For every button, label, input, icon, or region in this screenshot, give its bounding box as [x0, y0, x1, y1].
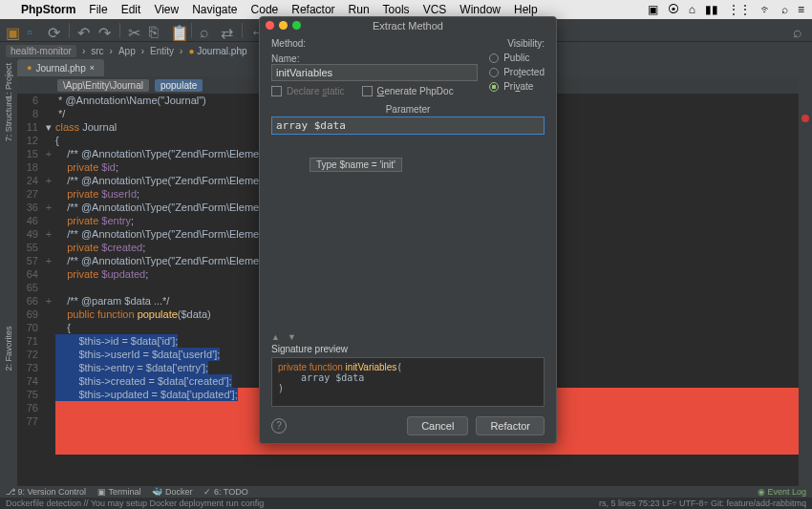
copy-icon[interactable]: ⎘: [149, 24, 162, 37]
sync-icon[interactable]: ⟳: [48, 24, 61, 37]
radio-public[interactable]: Public: [489, 53, 545, 63]
event-log[interactable]: ◉ Event Log: [758, 487, 806, 497]
close-icon[interactable]: ×: [90, 63, 95, 73]
battery-icon[interactable]: ▮▮: [705, 3, 718, 16]
dialog-title-bar[interactable]: Extract Method: [260, 17, 556, 34]
status-right: rs, 5 lines 75:23 LF÷ UTF-8÷ Git: featur…: [599, 498, 806, 508]
menu-icon[interactable]: ≡: [798, 3, 804, 16]
tool-docker[interactable]: 🐳 Docker: [152, 487, 192, 497]
static-checkbox[interactable]: [271, 86, 282, 96]
tool-todo[interactable]: ✓ 6: TODO: [203, 487, 247, 497]
error-marker[interactable]: [801, 115, 809, 122]
dialog-title: Extract Method: [373, 20, 443, 32]
status-message: Dockerfile detection // You may setup Do…: [6, 498, 264, 508]
app-name[interactable]: PhpStorm: [21, 3, 75, 16]
visibility-label: Visibility:: [507, 38, 545, 49]
tooltip: Type $name = 'init': [310, 158, 402, 172]
tool-vc[interactable]: ⎇ 9: Version Control: [6, 487, 86, 497]
menu-navigate[interactable]: Navigate: [192, 3, 237, 16]
tool-favorites[interactable]: 2: Favorites: [4, 326, 13, 371]
search-icon[interactable]: ⌕: [781, 3, 788, 16]
help-icon[interactable]: ?: [271, 418, 287, 434]
crumb-folder[interactable]: src: [91, 46, 103, 56]
parameter-header: Parameter: [260, 102, 556, 117]
search-icon[interactable]: ⌕: [793, 24, 806, 37]
crumb-project[interactable]: health-monitor: [6, 45, 76, 57]
tool-terminal[interactable]: ▣ Terminal: [97, 487, 140, 497]
tray-icon[interactable]: ⦿: [668, 3, 679, 16]
tool-window-bar: ⎇ 9: Version Control ▣ Terminal 🐳 Docker…: [0, 486, 812, 498]
menu-tools[interactable]: Tools: [383, 3, 410, 16]
menu-refactor[interactable]: Refactor: [291, 3, 334, 16]
menu-help[interactable]: Help: [514, 3, 538, 16]
menu-code[interactable]: Code: [251, 3, 279, 16]
close-icon[interactable]: [266, 21, 274, 30]
static-label: Declare static: [287, 86, 345, 96]
tray-icon[interactable]: ⌂: [689, 3, 695, 16]
maximize-icon[interactable]: [292, 21, 301, 30]
path-method[interactable]: populate: [155, 79, 203, 92]
crumb-folder[interactable]: App: [118, 46, 136, 56]
redo-icon[interactable]: ↷: [98, 24, 112, 37]
parameter-input[interactable]: [271, 117, 545, 135]
paste-icon[interactable]: 📋: [170, 24, 183, 37]
undo-icon[interactable]: ↶: [77, 24, 91, 37]
cut-icon[interactable]: ✂: [128, 24, 141, 37]
find-icon[interactable]: ⌕: [200, 24, 213, 37]
phpdoc-checkbox[interactable]: [362, 86, 373, 96]
tray-icon[interactable]: ▣: [648, 3, 658, 16]
replace-icon[interactable]: ⇄: [221, 24, 234, 37]
right-tool-rail: [799, 57, 812, 486]
tab-journal[interactable]: ●Journal.php×: [17, 59, 104, 76]
save-icon[interactable]: ▫: [27, 24, 40, 37]
tool-structure[interactable]: 7: Structure: [4, 97, 13, 142]
name-label: Name:: [271, 53, 299, 64]
menu-run[interactable]: Run: [349, 3, 370, 16]
path-namespace[interactable]: \App\Entity\Journal: [57, 79, 149, 92]
tool-project[interactable]: 1: Project: [4, 63, 13, 99]
radio-protected[interactable]: Protected: [489, 67, 545, 77]
open-icon[interactable]: ▣: [6, 24, 19, 37]
menu-file[interactable]: File: [89, 3, 107, 16]
refactor-button[interactable]: Refactor: [476, 416, 545, 435]
cancel-button[interactable]: Cancel: [407, 416, 468, 435]
menu-edit[interactable]: Edit: [121, 3, 141, 16]
crumb-folder[interactable]: Entity: [150, 46, 174, 56]
phpdoc-label: Generate PhpDoc: [377, 86, 454, 96]
left-tool-rail: 1: Project 7: Structure 2: Favorites: [0, 57, 17, 486]
minimize-icon[interactable]: [279, 21, 288, 30]
radio-private[interactable]: Private: [489, 81, 545, 92]
crumb-file[interactable]: ● Journal.php: [188, 46, 246, 56]
wifi-icon[interactable]: ᯤ: [760, 3, 772, 16]
status-bar: Dockerfile detection // You may setup Do…: [0, 498, 812, 509]
method-label: Method:: [271, 38, 306, 49]
menu-window[interactable]: Window: [459, 3, 501, 16]
parameter-area: Type $name = 'init': [271, 135, 545, 330]
menu-vcs[interactable]: VCS: [423, 3, 447, 16]
tray-icon[interactable]: ⋮⋮: [728, 3, 751, 16]
menu-view[interactable]: View: [154, 3, 179, 16]
method-name-input[interactable]: [271, 64, 478, 81]
